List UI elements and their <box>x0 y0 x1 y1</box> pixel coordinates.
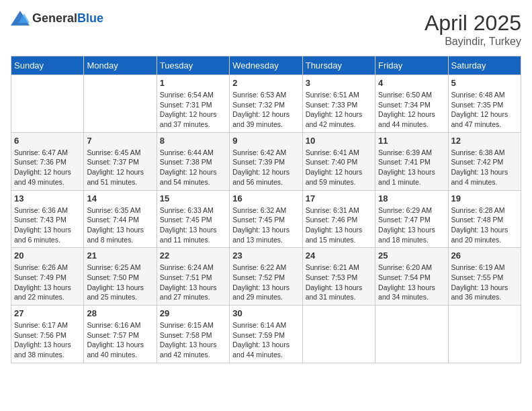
day-info: Sunrise: 6:48 AM Sunset: 7:35 PM Dayligh… <box>451 90 518 130</box>
day-info: Sunrise: 6:45 AM Sunset: 7:37 PM Dayligh… <box>87 148 153 187</box>
day-number: 12 <box>451 136 518 146</box>
day-number: 14 <box>87 193 153 203</box>
day-header-friday: Friday <box>375 56 448 75</box>
calendar-cell <box>302 306 375 363</box>
day-number: 16 <box>232 193 299 203</box>
day-header-monday: Monday <box>84 56 157 75</box>
day-header-thursday: Thursday <box>302 56 375 75</box>
day-info: Sunrise: 6:26 AM Sunset: 7:49 PM Dayligh… <box>14 263 81 302</box>
calendar-week-2: 6Sunrise: 6:47 AM Sunset: 7:36 PM Daylig… <box>11 132 521 190</box>
calendar-cell: 23Sunrise: 6:22 AM Sunset: 7:52 PM Dayli… <box>230 248 302 306</box>
calendar-cell <box>11 75 84 133</box>
calendar-cell: 8Sunrise: 6:44 AM Sunset: 7:38 PM Daylig… <box>157 132 229 190</box>
calendar-cell: 24Sunrise: 6:21 AM Sunset: 7:53 PM Dayli… <box>302 248 375 306</box>
day-info: Sunrise: 6:44 AM Sunset: 7:38 PM Dayligh… <box>160 148 226 187</box>
calendar-cell: 30Sunrise: 6:14 AM Sunset: 7:59 PM Dayli… <box>230 306 302 363</box>
calendar-cell: 5Sunrise: 6:48 AM Sunset: 7:35 PM Daylig… <box>448 75 521 133</box>
calendar-cell: 28Sunrise: 6:16 AM Sunset: 7:57 PM Dayli… <box>84 306 157 363</box>
calendar-location: Bayindir, Turkey <box>425 36 521 48</box>
calendar-week-1: 1Sunrise: 6:54 AM Sunset: 7:31 PM Daylig… <box>11 75 521 133</box>
day-number: 15 <box>160 193 226 203</box>
calendar-cell: 29Sunrise: 6:15 AM Sunset: 7:58 PM Dayli… <box>157 306 229 363</box>
day-number: 20 <box>14 250 81 261</box>
calendar-cell: 19Sunrise: 6:28 AM Sunset: 7:48 PM Dayli… <box>448 190 521 248</box>
calendar-cell: 25Sunrise: 6:20 AM Sunset: 7:54 PM Dayli… <box>375 248 448 306</box>
calendar-cell <box>448 306 521 363</box>
day-number: 21 <box>87 250 153 261</box>
calendar-cell: 26Sunrise: 6:19 AM Sunset: 7:55 PM Dayli… <box>448 248 521 306</box>
calendar-cell: 18Sunrise: 6:29 AM Sunset: 7:47 PM Dayli… <box>375 190 448 248</box>
day-info: Sunrise: 6:24 AM Sunset: 7:51 PM Dayligh… <box>160 263 226 302</box>
day-number: 7 <box>87 136 153 146</box>
day-info: Sunrise: 6:31 AM Sunset: 7:46 PM Dayligh… <box>306 205 372 245</box>
calendar-cell <box>84 75 157 133</box>
day-header-saturday: Saturday <box>448 56 521 75</box>
day-number: 2 <box>232 78 299 88</box>
calendar-cell: 27Sunrise: 6:17 AM Sunset: 7:56 PM Dayli… <box>11 306 84 363</box>
day-number: 28 <box>87 308 153 318</box>
day-info: Sunrise: 6:19 AM Sunset: 7:55 PM Dayligh… <box>451 263 518 302</box>
calendar-cell: 21Sunrise: 6:25 AM Sunset: 7:50 PM Dayli… <box>84 248 157 306</box>
calendar-cell <box>375 306 448 363</box>
day-info: Sunrise: 6:41 AM Sunset: 7:40 PM Dayligh… <box>306 148 372 187</box>
calendar-cell: 12Sunrise: 6:38 AM Sunset: 7:42 PM Dayli… <box>448 132 521 190</box>
calendar-cell: 11Sunrise: 6:39 AM Sunset: 7:41 PM Dayli… <box>375 132 448 190</box>
calendar-cell: 14Sunrise: 6:35 AM Sunset: 7:44 PM Dayli… <box>84 190 157 248</box>
calendar-cell: 10Sunrise: 6:41 AM Sunset: 7:40 PM Dayli… <box>302 132 375 190</box>
day-info: Sunrise: 6:21 AM Sunset: 7:53 PM Dayligh… <box>306 263 372 302</box>
day-number: 19 <box>451 193 518 203</box>
day-info: Sunrise: 6:17 AM Sunset: 7:56 PM Dayligh… <box>14 320 81 360</box>
calendar-cell: 22Sunrise: 6:24 AM Sunset: 7:51 PM Dayli… <box>157 248 229 306</box>
day-info: Sunrise: 6:53 AM Sunset: 7:32 PM Dayligh… <box>232 90 299 130</box>
calendar-title: April 2025 <box>425 11 521 36</box>
day-info: Sunrise: 6:33 AM Sunset: 7:45 PM Dayligh… <box>160 205 226 245</box>
calendar-cell: 17Sunrise: 6:31 AM Sunset: 7:46 PM Dayli… <box>302 190 375 248</box>
calendar-body: 1Sunrise: 6:54 AM Sunset: 7:31 PM Daylig… <box>11 75 521 363</box>
day-number: 8 <box>160 136 226 146</box>
day-info: Sunrise: 6:50 AM Sunset: 7:34 PM Dayligh… <box>378 90 445 130</box>
calendar-cell: 2Sunrise: 6:53 AM Sunset: 7:32 PM Daylig… <box>230 75 302 133</box>
calendar-cell: 3Sunrise: 6:51 AM Sunset: 7:33 PM Daylig… <box>302 75 375 133</box>
day-info: Sunrise: 6:54 AM Sunset: 7:31 PM Dayligh… <box>160 90 226 130</box>
page-header: GeneralBlue April 2025 Bayindir, Turkey <box>11 11 521 48</box>
day-number: 13 <box>14 193 81 203</box>
day-info: Sunrise: 6:47 AM Sunset: 7:36 PM Dayligh… <box>14 148 81 187</box>
day-number: 22 <box>160 250 226 261</box>
calendar-table: SundayMondayTuesdayWednesdayThursdayFrid… <box>11 56 521 363</box>
calendar-cell: 13Sunrise: 6:36 AM Sunset: 7:43 PM Dayli… <box>11 190 84 248</box>
calendar-header: SundayMondayTuesdayWednesdayThursdayFrid… <box>11 56 521 75</box>
day-number: 25 <box>378 250 445 261</box>
calendar-cell: 7Sunrise: 6:45 AM Sunset: 7:37 PM Daylig… <box>84 132 157 190</box>
day-number: 24 <box>306 250 372 261</box>
day-number: 11 <box>378 136 445 146</box>
day-info: Sunrise: 6:28 AM Sunset: 7:48 PM Dayligh… <box>451 205 518 245</box>
day-header-wednesday: Wednesday <box>230 56 302 75</box>
calendar-week-3: 13Sunrise: 6:36 AM Sunset: 7:43 PM Dayli… <box>11 190 521 248</box>
calendar-cell: 4Sunrise: 6:50 AM Sunset: 7:34 PM Daylig… <box>375 75 448 133</box>
day-info: Sunrise: 6:51 AM Sunset: 7:33 PM Dayligh… <box>306 90 372 130</box>
day-number: 30 <box>232 308 299 318</box>
day-info: Sunrise: 6:22 AM Sunset: 7:52 PM Dayligh… <box>232 263 299 302</box>
day-number: 10 <box>306 136 372 146</box>
day-info: Sunrise: 6:36 AM Sunset: 7:43 PM Dayligh… <box>14 205 81 245</box>
day-number: 23 <box>232 250 299 261</box>
day-number: 5 <box>451 78 518 88</box>
calendar-week-5: 27Sunrise: 6:17 AM Sunset: 7:56 PM Dayli… <box>11 306 521 363</box>
day-number: 3 <box>306 78 372 88</box>
day-info: Sunrise: 6:38 AM Sunset: 7:42 PM Dayligh… <box>451 148 518 187</box>
day-number: 17 <box>306 193 372 203</box>
calendar-week-4: 20Sunrise: 6:26 AM Sunset: 7:49 PM Dayli… <box>11 248 521 306</box>
logo: GeneralBlue <box>11 11 103 26</box>
day-info: Sunrise: 6:29 AM Sunset: 7:47 PM Dayligh… <box>378 205 445 245</box>
day-info: Sunrise: 6:39 AM Sunset: 7:41 PM Dayligh… <box>378 148 445 187</box>
day-number: 4 <box>378 78 445 88</box>
day-number: 9 <box>232 136 299 146</box>
calendar-cell: 20Sunrise: 6:26 AM Sunset: 7:49 PM Dayli… <box>11 248 84 306</box>
day-header-sunday: Sunday <box>11 56 84 75</box>
day-number: 26 <box>451 250 518 261</box>
day-info: Sunrise: 6:16 AM Sunset: 7:57 PM Dayligh… <box>87 320 153 360</box>
day-info: Sunrise: 6:14 AM Sunset: 7:59 PM Dayligh… <box>232 320 299 360</box>
day-number: 6 <box>14 136 81 146</box>
calendar-cell: 1Sunrise: 6:54 AM Sunset: 7:31 PM Daylig… <box>157 75 229 133</box>
logo-text-blue: Blue <box>77 11 103 25</box>
